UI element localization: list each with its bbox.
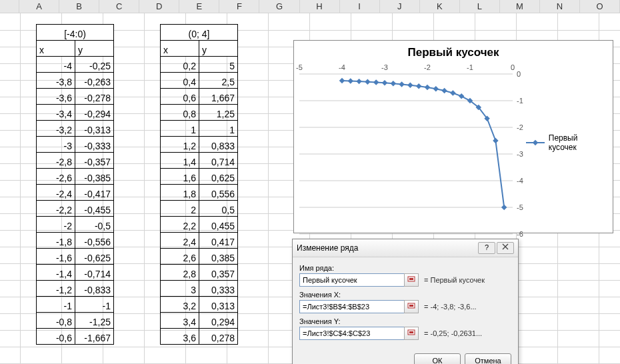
column-header-G[interactable]: G [259,0,299,13]
cell-x[interactable]: -1,8 [37,233,75,249]
table-row[interactable]: -3-0,333 [37,137,114,153]
edit-series-dialog[interactable]: Изменение ряда ? Имя ряда: Первый кусоче… [292,239,519,364]
cell-y[interactable]: -0,833 [75,281,114,297]
table-row[interactable]: 2,40,417 [161,233,238,249]
chart-plot-area[interactable]: 0-1-2-3-4-5-6-5-4-3-2-10 [299,62,521,223]
table-row[interactable]: 3,40,294 [161,313,238,329]
column-header-O[interactable]: O [580,0,620,13]
cell-x[interactable]: -1 [37,297,75,313]
cell-y[interactable]: -0,333 [75,137,114,153]
cell-y[interactable]: -0,385 [75,169,114,185]
cell-x[interactable]: 3 [161,281,199,297]
cell-y[interactable]: -0,294 [75,105,114,121]
column-header-D[interactable]: D [139,0,179,13]
table-row[interactable]: -2,6-0,385 [37,169,114,185]
cell-x[interactable]: 0,4 [161,73,199,89]
table-row[interactable]: -2,2-0,455 [37,201,114,217]
cell-y[interactable]: -0,313 [75,121,114,137]
table-row[interactable]: 1,20,833 [161,137,238,153]
table-row[interactable]: 2,80,357 [161,265,238,281]
cell-x[interactable]: 2,4 [161,233,199,249]
table-row[interactable]: -2,8-0,357 [37,153,114,169]
cell-y[interactable]: 0,625 [199,169,238,185]
cell-x[interactable]: -3,6 [37,89,75,105]
cancel-button[interactable]: Отмена [465,353,511,364]
x-values-input[interactable]: =Лист3!$B$4:$B$23 [299,300,405,313]
cell-y[interactable]: -0,357 [75,153,114,169]
cell-x[interactable]: 1 [161,121,199,137]
cell-x[interactable]: -1,6 [37,249,75,265]
table-row[interactable]: -3,6-0,278 [37,89,114,105]
cell-y[interactable]: 0,294 [199,313,238,329]
cell-y[interactable]: -0,278 [75,89,114,105]
column-header-A[interactable]: A [19,0,59,13]
cell-y[interactable]: 1 [199,121,238,137]
column-header-N[interactable]: N [540,0,580,13]
cell-x[interactable]: 2,6 [161,249,199,265]
cell-y[interactable]: 5 [199,57,238,73]
cell-x[interactable]: 2,8 [161,265,199,281]
chart-legend[interactable]: Первый кусочек [521,62,607,223]
table-row[interactable]: -1,6-0,625 [37,249,114,265]
cell-y[interactable]: 0,357 [199,265,238,281]
cell-y[interactable]: 1,25 [199,105,238,121]
cell-y[interactable]: 1,667 [199,89,238,105]
table-row[interactable]: -3,2-0,313 [37,121,114,137]
cell-x[interactable]: -2,6 [37,169,75,185]
cell-y[interactable]: -0,263 [75,73,114,89]
cell-y[interactable]: 0,455 [199,217,238,233]
cell-y[interactable]: 0,5 [199,201,238,217]
collapse-dialog-button-y[interactable] [404,327,419,340]
cell-x[interactable]: 2,2 [161,217,199,233]
table-row[interactable]: -1,2-0,833 [37,281,114,297]
column-header-K[interactable]: K [420,0,460,13]
cell-x[interactable]: 3,2 [161,297,199,313]
cell-x[interactable]: -0,6 [37,329,75,345]
cell-x[interactable]: 3,6 [161,329,199,345]
table-row[interactable]: -1,8-0,556 [37,233,114,249]
column-header-E[interactable]: E [179,0,219,13]
cell-y[interactable]: -0,714 [75,265,114,281]
chart[interactable]: Первый кусочек 0-1-2-3-4-5-6-5-4-3-2-10 … [293,40,613,233]
cell-y[interactable]: -0,25 [75,57,114,73]
cell-x[interactable]: -0,8 [37,313,75,329]
table-row[interactable]: 20,5 [161,201,238,217]
cell-y[interactable]: 0,417 [199,233,238,249]
column-header-F[interactable]: F [219,0,259,13]
table-row[interactable]: -4-0,25 [37,57,114,73]
table-row[interactable]: 30,333 [161,281,238,297]
cell-x[interactable]: 1,2 [161,137,199,153]
table-row[interactable]: -2,4-0,417 [37,185,114,201]
cell-x[interactable]: -3 [37,137,75,153]
cell-x[interactable]: -4 [37,57,75,73]
cell-x[interactable]: 2 [161,201,199,217]
cell-y[interactable]: -0,625 [75,249,114,265]
column-header-B[interactable]: B [59,0,99,13]
table-row[interactable]: 0,81,25 [161,105,238,121]
table-row[interactable]: 11 [161,121,238,137]
cell-y[interactable]: 0,278 [199,329,238,345]
table-row[interactable]: 2,20,455 [161,217,238,233]
dialog-titlebar[interactable]: Изменение ряда ? [293,239,518,257]
table-row[interactable]: 3,60,278 [161,329,238,345]
collapse-dialog-button[interactable] [404,273,419,287]
cell-y[interactable]: 0,385 [199,249,238,265]
cell-y[interactable]: 0,556 [199,185,238,201]
column-header-M[interactable]: M [500,0,540,13]
data-table-1[interactable]: [-4:0) x y -4-0,25-3,8-0,263-3,6-0,278-3… [36,24,114,345]
cell-x[interactable]: -1,2 [37,281,75,297]
table-row[interactable]: 1,60,625 [161,169,238,185]
cell-y[interactable]: -0,5 [75,217,114,233]
data-table-2[interactable]: (0; 4] x y 0,250,42,50,61,6670,81,25111,… [160,24,238,345]
cell-y[interactable]: 0,313 [199,297,238,313]
column-header-L[interactable]: L [460,0,500,13]
cell-y[interactable]: 0,833 [199,137,238,153]
cell-y[interactable]: -0,417 [75,185,114,201]
table-row[interactable]: 1,80,556 [161,185,238,201]
column-header-J[interactable]: J [380,0,420,13]
cell-x[interactable]: 1,6 [161,169,199,185]
table-row[interactable]: -0,6-1,667 [37,329,114,345]
cell-y[interactable]: -1,25 [75,313,114,329]
cell-y[interactable]: 2,5 [199,73,238,89]
cell-x[interactable]: 3,4 [161,313,199,329]
